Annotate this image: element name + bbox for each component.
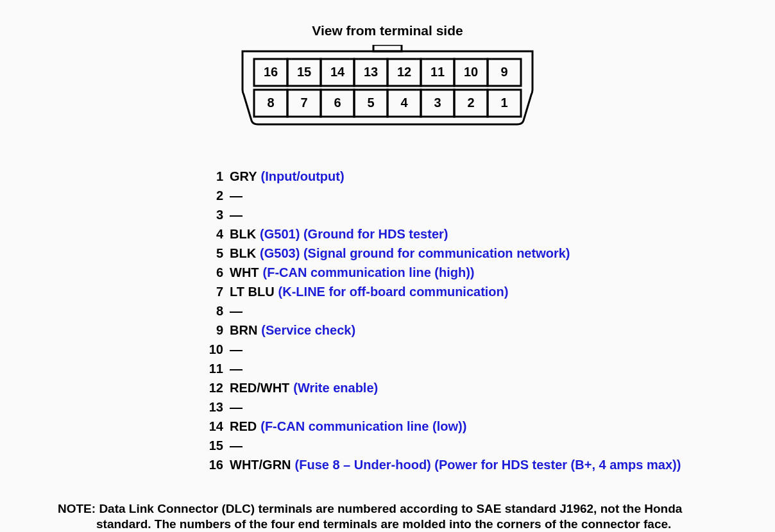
pin-cell-7-label: 7: [300, 96, 307, 110]
note-line-2: standard. The numbers of the four end te…: [96, 517, 717, 532]
pin-cell-5-label: 5: [367, 96, 374, 110]
pin-empty-dash: —: [230, 397, 243, 417]
pin-row-3: 3—: [205, 205, 775, 224]
pin-empty-dash: —: [230, 301, 243, 320]
pin-color: WHT/GRN: [230, 455, 291, 474]
pin-row-6: 6WHT(F-CAN communication line (high)): [205, 263, 775, 282]
pin-cell-16-label: 16: [264, 65, 278, 79]
pin-cell-4-label: 4: [400, 96, 408, 110]
pin-row-12: 12RED/WHT(Write enable): [205, 378, 775, 397]
pin-cell-14-label: 14: [330, 65, 345, 79]
pin-number: 3: [205, 205, 223, 224]
pin-list: 1GRY(Input/output)2—3—4BLK(G501) (Ground…: [205, 167, 775, 474]
pin-row-13: 13—: [205, 397, 775, 417]
connector-diagram-wrap: 161514131211109 87654321: [0, 45, 775, 128]
pin-number: 1: [205, 167, 223, 186]
connector-svg: 161514131211109 87654321: [240, 45, 535, 128]
pin-number: 2: [205, 186, 223, 205]
pin-color: WHT: [230, 263, 259, 282]
pin-number: 13: [205, 397, 223, 417]
note-line-1: Data Link Connector (DLC) terminals are …: [99, 502, 682, 515]
pin-cell-11-label: 11: [430, 65, 445, 79]
pin-desc: (Fuse 8 – Under-hood) (Power for HDS tes…: [295, 455, 681, 474]
pin-color: BLK: [230, 244, 256, 263]
connector-diagram: 161514131211109 87654321: [240, 45, 535, 128]
pin-cell-10-label: 10: [464, 65, 478, 79]
pin-desc: (Service check): [261, 320, 355, 340]
pin-row-8: 8—: [205, 301, 775, 320]
pin-color: RED/WHT: [230, 378, 289, 397]
pin-number: 8: [205, 301, 223, 320]
pin-cell-12-label: 12: [397, 65, 411, 79]
pin-number: 16: [205, 455, 223, 474]
pin-row-11: 11—: [205, 359, 775, 378]
pin-empty-dash: —: [230, 436, 243, 455]
pin-number: 14: [205, 417, 223, 436]
pin-empty-dash: —: [230, 340, 243, 359]
diagram-title: View from terminal side: [0, 23, 775, 38]
pin-number: 4: [205, 224, 223, 244]
pin-row-1: 1GRY(Input/output): [205, 167, 775, 186]
pin-number: 11: [205, 359, 223, 378]
pin-cell-9-label: 9: [500, 65, 507, 79]
page-container: View from terminal side 161514131211109 …: [0, 23, 775, 532]
pin-desc: (Input/output): [261, 167, 345, 186]
pin-desc: (K-LINE for off-board communication): [278, 282, 509, 301]
pin-number: 9: [205, 320, 223, 340]
note-label: NOTE:: [58, 502, 96, 515]
pin-number: 6: [205, 263, 223, 282]
pin-number: 5: [205, 244, 223, 263]
pin-row-14: 14RED(F-CAN communication line (low)): [205, 417, 775, 436]
pin-cell-1-label: 1: [500, 96, 507, 110]
pin-cell-8-label: 8: [267, 96, 274, 110]
pin-number: 12: [205, 378, 223, 397]
pin-color: BRN: [230, 320, 257, 340]
pin-empty-dash: —: [230, 359, 243, 378]
pin-color: RED: [230, 417, 257, 436]
pin-cell-3-label: 3: [434, 96, 441, 110]
pin-row-10: 10—: [205, 340, 775, 359]
pin-row-9: 9BRN(Service check): [205, 320, 775, 340]
pin-number: 7: [205, 282, 223, 301]
pin-desc: (F-CAN communication line (low)): [260, 417, 466, 436]
pin-empty-dash: —: [230, 186, 243, 205]
pin-desc: (F-CAN communication line (high)): [263, 263, 475, 282]
pin-row-16: 16WHT/GRN(Fuse 8 – Under-hood) (Power fo…: [205, 455, 775, 474]
note-block: NOTE: Data Link Connector (DLC) terminal…: [58, 501, 717, 532]
pin-number: 10: [205, 340, 223, 359]
pin-color: BLK: [230, 224, 256, 244]
pin-desc: (Write enable): [293, 378, 378, 397]
pin-color: LT BLU: [230, 282, 275, 301]
pin-number: 15: [205, 436, 223, 455]
pin-cell-2-label: 2: [467, 96, 474, 110]
pin-cell-6-label: 6: [334, 96, 341, 110]
pin-row-7: 7LT BLU(K-LINE for off-board communicati…: [205, 282, 775, 301]
pin-cell-15-label: 15: [297, 65, 311, 79]
pin-cell-13-label: 13: [364, 65, 378, 79]
pin-desc: (G501) (Ground for HDS tester): [260, 224, 448, 244]
pin-color: GRY: [230, 167, 257, 186]
pin-row-15: 15—: [205, 436, 775, 455]
pin-row-2: 2—: [205, 186, 775, 205]
pin-row-4: 4BLK(G501) (Ground for HDS tester): [205, 224, 775, 244]
pin-empty-dash: —: [230, 205, 243, 224]
pin-desc: (G503) (Signal ground for communication …: [260, 244, 570, 263]
pin-row-5: 5BLK(G503) (Signal ground for communicat…: [205, 244, 775, 263]
